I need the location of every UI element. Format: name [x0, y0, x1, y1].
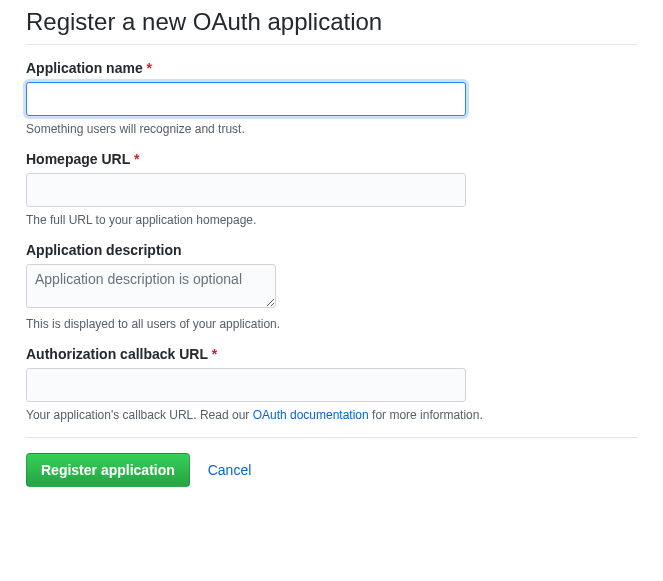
- form-actions: Register application Cancel: [26, 437, 637, 502]
- required-asterisk: *: [212, 346, 217, 362]
- callback-help-suffix: for more information.: [369, 408, 483, 422]
- form-group-callback-url: Authorization callback URL * Your applic…: [26, 346, 637, 422]
- homepage-url-label-text: Homepage URL: [26, 151, 130, 167]
- required-asterisk: *: [134, 151, 139, 167]
- callback-url-label-text: Authorization callback URL: [26, 346, 208, 362]
- callback-url-label: Authorization callback URL *: [26, 346, 637, 362]
- homepage-url-label: Homepage URL *: [26, 151, 637, 167]
- callback-url-help: Your application's callback URL. Read ou…: [26, 408, 637, 422]
- description-label: Application description: [26, 242, 637, 258]
- app-name-input[interactable]: [26, 82, 466, 116]
- form-group-app-name: Application name * Something users will …: [26, 60, 637, 136]
- callback-url-input[interactable]: [26, 368, 466, 402]
- required-asterisk: *: [147, 60, 152, 76]
- app-name-label: Application name *: [26, 60, 637, 76]
- description-help: This is displayed to all users of your a…: [26, 317, 637, 331]
- page-title: Register a new OAuth application: [26, 8, 637, 45]
- oauth-docs-link[interactable]: OAuth documentation: [253, 408, 369, 422]
- app-name-help: Something users will recognize and trust…: [26, 122, 637, 136]
- app-name-label-text: Application name: [26, 60, 143, 76]
- form-group-homepage-url: Homepage URL * The full URL to your appl…: [26, 151, 637, 227]
- form-group-description: Application description This is displaye…: [26, 242, 637, 331]
- homepage-url-input[interactable]: [26, 173, 466, 207]
- register-button[interactable]: Register application: [26, 453, 190, 487]
- cancel-link[interactable]: Cancel: [208, 462, 252, 478]
- homepage-url-help: The full URL to your application homepag…: [26, 213, 637, 227]
- callback-help-prefix: Your application's callback URL. Read ou…: [26, 408, 253, 422]
- description-textarea[interactable]: [26, 264, 276, 308]
- description-label-text: Application description: [26, 242, 182, 258]
